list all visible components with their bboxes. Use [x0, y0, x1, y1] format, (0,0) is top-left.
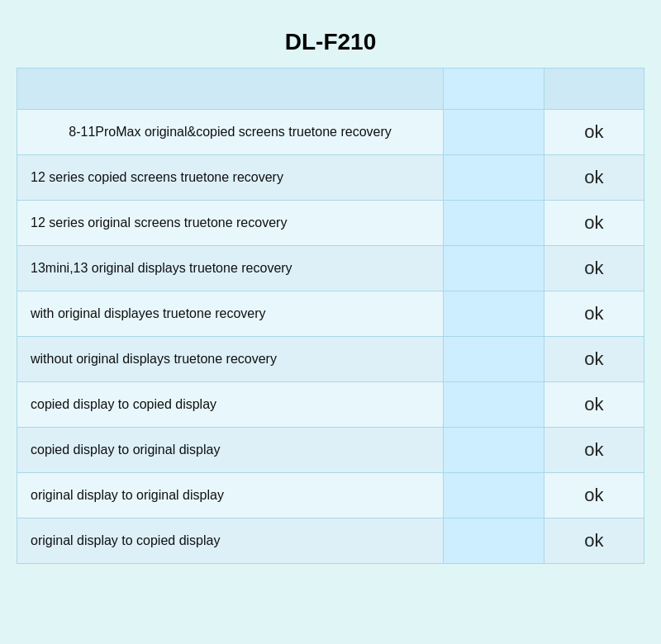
page-title: DL-F210 — [17, 17, 644, 64]
table-row: 12 series copied screens truetone recove… — [17, 155, 644, 201]
empty-cell — [444, 291, 544, 337]
feature-cell: 8-11ProMax original&copied screens truet… — [17, 110, 444, 155]
feature-cell: copied display to original display — [17, 428, 444, 473]
feature-cell: 13mini,13 original displays truetone rec… — [17, 246, 444, 291]
empty-cell — [444, 110, 544, 155]
col-header-empty — [444, 69, 544, 110]
feature-cell: without original displays truetone recov… — [17, 337, 444, 382]
status-cell: ok — [544, 519, 644, 564]
table-row: copied display to copied displayok — [17, 382, 644, 428]
feature-cell: 12 series original screens truetone reco… — [17, 201, 444, 246]
status-cell: ok — [544, 155, 644, 201]
empty-cell — [444, 337, 544, 382]
status-cell: ok — [544, 428, 644, 473]
status-cell: ok — [544, 110, 644, 155]
feature-cell: original display to original display — [17, 473, 444, 519]
status-cell: ok — [544, 291, 644, 337]
table-row: copied display to original displayok — [17, 428, 644, 473]
table-row: without original displays truetone recov… — [17, 337, 644, 382]
empty-cell — [444, 155, 544, 201]
table-header-row — [17, 69, 644, 110]
empty-cell — [444, 428, 544, 473]
empty-cell — [444, 382, 544, 428]
status-cell: ok — [544, 473, 644, 519]
empty-cell — [444, 473, 544, 519]
col-header-status — [544, 69, 644, 110]
main-container: DL-F210 8-11ProMax original&copied scree… — [17, 17, 644, 564]
empty-cell — [444, 246, 544, 291]
col-header-feature — [17, 69, 444, 110]
status-cell: ok — [544, 382, 644, 428]
table-row: 12 series original screens truetone reco… — [17, 201, 644, 246]
feature-cell: with original displayes truetone recover… — [17, 291, 444, 337]
feature-cell: 12 series copied screens truetone recove… — [17, 155, 444, 201]
status-cell: ok — [544, 246, 644, 291]
empty-cell — [444, 519, 544, 564]
feature-cell: copied display to copied display — [17, 382, 444, 428]
status-cell: ok — [544, 201, 644, 246]
table-row: original display to copied displayok — [17, 519, 644, 564]
table-row: 8-11ProMax original&copied screens truet… — [17, 110, 644, 155]
table-row: original display to original displayok — [17, 473, 644, 519]
table-row: with original displayes truetone recover… — [17, 291, 644, 337]
table-body: 8-11ProMax original&copied screens truet… — [17, 110, 644, 564]
table-row: 13mini,13 original displays truetone rec… — [17, 246, 644, 291]
feature-cell: original display to copied display — [17, 519, 444, 564]
empty-cell — [444, 201, 544, 246]
features-table: 8-11ProMax original&copied screens truet… — [17, 68, 644, 564]
status-cell: ok — [544, 337, 644, 382]
